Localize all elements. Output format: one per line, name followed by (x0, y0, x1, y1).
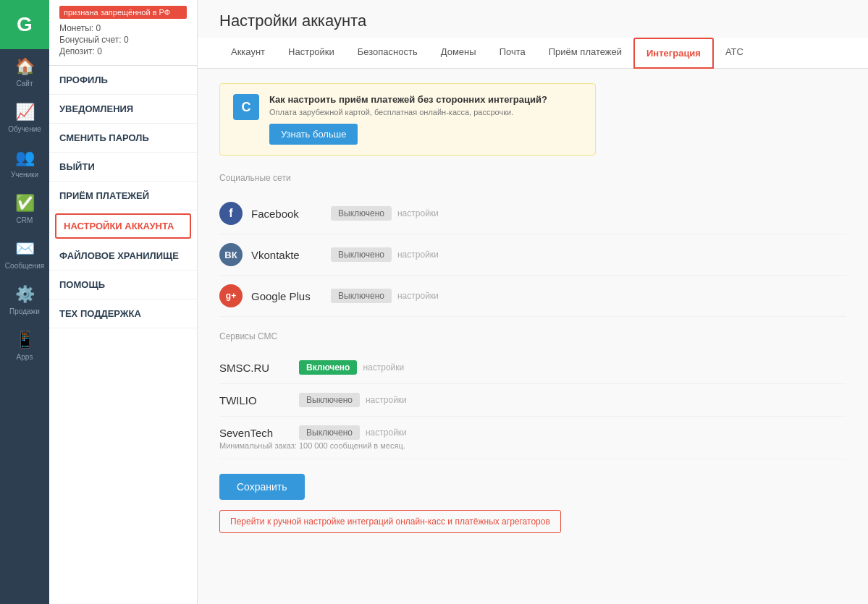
tab-navigation: Аккаунт Настройки Безопасность Домены По… (198, 38, 868, 69)
menu-item-tech-support[interactable]: ТЕХ ПОДДЕРЖКА (49, 299, 197, 328)
tab-ats[interactable]: АТС (714, 38, 755, 69)
seventech-name: SevenTech (219, 427, 299, 439)
promo-icon: C (233, 94, 259, 120)
sales-icon: ⚙️ (14, 284, 35, 305)
twilio-status-badge: Выключено (299, 393, 360, 407)
tab-integration[interactable]: Интеграция (633, 38, 714, 69)
menu-item-help[interactable]: ПОМОЩЬ (49, 271, 197, 299)
sidebar-icon-label: CRM (17, 216, 33, 224)
deposit-row: Депозит: 0 (59, 46, 187, 56)
googleplus-name: Google Plus (251, 290, 331, 302)
menu-item-change-password[interactable]: СМЕНИТЬ ПАРОЛЬ (49, 124, 197, 153)
sidebar-icon-label: Apps (17, 353, 33, 361)
seventech-block: SevenTech Выключено настройки Минимальны… (219, 417, 846, 459)
smsc-status-badge: Включено (299, 360, 357, 375)
twilio-settings-link[interactable]: настройки (366, 395, 407, 405)
menu-item-profile[interactable]: ПРОФИЛЬ (49, 66, 197, 95)
seventech-note: Минимальный заказ: 100 000 сообщений в м… (219, 441, 846, 450)
sidebar-item-learning[interactable]: 📈 Обучение (0, 95, 49, 140)
bottom-integration-link[interactable]: Перейти к ручной настройке интеграций он… (219, 510, 561, 533)
sidebar-item-students[interactable]: 👥 Ученики (0, 140, 49, 186)
facebook-name: Facebook (251, 208, 331, 220)
promo-title: Как настроить приём платежей без сторонн… (269, 94, 547, 105)
promo-subtitle: Оплата зарубежной картой, бесплатная онл… (269, 108, 547, 116)
vkontakte-settings-link[interactable]: настройки (397, 250, 439, 260)
promo-learn-more-button[interactable]: Узнать больше (269, 124, 358, 145)
facebook-integration-row: f Facebook Выключено настройки (219, 193, 846, 234)
tab-payment-accept[interactable]: Приём платежей (537, 38, 633, 69)
sidebar-item-apps[interactable]: 📱 Apps (0, 323, 49, 368)
sidebar-item-crm[interactable]: ✅ CRM (0, 186, 49, 231)
sidebar-item-site[interactable]: 🏠 Сайт (0, 49, 49, 95)
gplus-logo: g+ (219, 284, 243, 307)
sidebar-item-messages[interactable]: ✉️ Сообщения (0, 231, 49, 277)
social-networks-label: Социальные сети (219, 173, 846, 183)
sms-services-section: Сервисы СМС SMSC.RU Включено настройки T… (219, 331, 846, 459)
students-icon: 👥 (14, 148, 35, 168)
sidebar-icon-label: Ученики (11, 171, 38, 179)
crm-icon: ✅ (14, 193, 35, 213)
sidebar-icons: G 🏠 Сайт 📈 Обучение 👥 Ученики ✅ CRM ✉️ С… (0, 0, 49, 604)
smsc-row: SMSC.RU Включено настройки (219, 352, 846, 384)
twilio-name: TWILIO (219, 394, 299, 407)
user-info-panel: признана запрещённой в РФ Монеты: 0 Бону… (49, 0, 197, 66)
promo-text: Как настроить приём платежей без сторонн… (269, 94, 547, 145)
menu-item-logout[interactable]: ВЫЙТИ (49, 153, 197, 182)
bonus-row: Бонусный счет: 0 (59, 35, 187, 45)
menu-item-notifications[interactable]: УВЕДОМЛЕНИЯ (49, 95, 197, 124)
menu-item-file-storage[interactable]: ФАЙЛОВОЕ ХРАНИЛИЩЕ (49, 242, 197, 271)
seventech-settings-link[interactable]: настройки (366, 428, 407, 438)
page-title: Настройки аккаунта (198, 0, 868, 38)
tab-security[interactable]: Безопасность (346, 38, 429, 69)
tab-domains[interactable]: Домены (429, 38, 488, 69)
home-icon: 🏠 (14, 56, 35, 77)
facebook-logo: f (219, 202, 243, 225)
sidebar-menu: признана запрещённой в РФ Монеты: 0 Бону… (49, 0, 198, 604)
seventech-status-badge: Выключено (299, 425, 360, 440)
googleplus-settings-link[interactable]: настройки (397, 291, 439, 301)
save-button[interactable]: Сохранить (219, 474, 305, 500)
content-area: C Как настроить приём платежей без сторо… (198, 69, 868, 548)
app-logo[interactable]: G (0, 0, 49, 49)
vkontakte-name: Vkontakte (251, 249, 331, 261)
warning-banner: признана запрещённой в РФ (59, 6, 187, 19)
tab-account[interactable]: Аккаунт (219, 38, 277, 69)
menu-item-account-settings[interactable]: НАСТРОЙКИ АККАУНТА (55, 213, 191, 239)
sidebar-icon-label: Сообщения (5, 262, 44, 270)
messages-icon: ✉️ (14, 239, 35, 259)
googleplus-integration-row: g+ Google Plus Выключено настройки (219, 276, 846, 317)
facebook-status-badge: Выключено (331, 206, 392, 221)
sidebar-icon-label: Продажи (9, 307, 40, 315)
sidebar-icon-label: Сайт (16, 80, 33, 88)
vk-logo: ВК (219, 243, 243, 266)
seventech-main-row: SevenTech Выключено настройки (219, 425, 846, 440)
menu-item-payments[interactable]: ПРИЁМ ПЛАТЕЖЕЙ (49, 182, 197, 210)
vkontakte-integration-row: ВК Vkontakte Выключено настройки (219, 234, 846, 276)
promo-banner: C Как настроить приём платежей без сторо… (219, 83, 596, 156)
coins-row: Монеты: 0 (59, 23, 187, 33)
googleplus-status-badge: Выключено (331, 289, 392, 303)
smsc-name: SMSC.RU (219, 362, 299, 374)
vkontakte-status-badge: Выключено (331, 247, 392, 262)
sms-services-label: Сервисы СМС (219, 331, 846, 341)
facebook-settings-link[interactable]: настройки (397, 208, 439, 218)
tab-settings[interactable]: Настройки (277, 38, 346, 69)
sidebar-item-sales[interactable]: ⚙️ Продажи (0, 277, 49, 323)
apps-icon: 📱 (14, 330, 35, 350)
main-content: Настройки аккаунта Аккаунт Настройки Без… (198, 0, 868, 604)
learning-icon: 📈 (14, 102, 35, 122)
sidebar-icon-label: Обучение (8, 125, 41, 133)
tab-mail[interactable]: Почта (488, 38, 537, 69)
smsc-settings-link[interactable]: настройки (363, 362, 404, 373)
twilio-row: TWILIO Выключено настройки (219, 384, 846, 417)
